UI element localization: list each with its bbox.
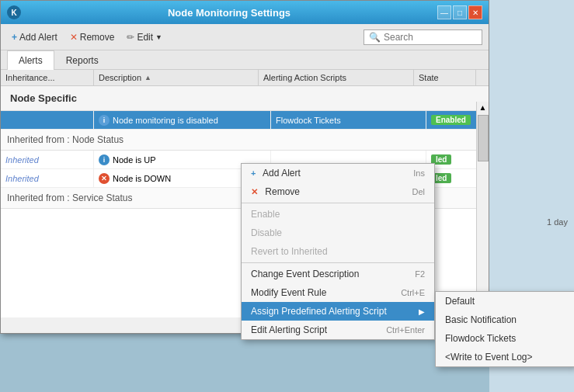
tab-reports[interactable]: Reports <box>54 50 110 70</box>
table-row[interactable]: i Node monitoring is disabled Flowdock T… <box>1 111 489 130</box>
edit-label: Edit <box>137 32 153 43</box>
submenu-write-to-event-log[interactable]: <Write to Event Log> <box>436 348 574 366</box>
search-icon: 🔍 <box>369 32 381 43</box>
row-description-cell: i Node monitoring is disabled <box>94 111 271 129</box>
remove-button[interactable]: ✕ Remove <box>65 30 120 44</box>
window-controls: — □ ✕ <box>437 5 482 19</box>
menu-remove[interactable]: ✕ Remove Del <box>242 182 434 201</box>
info-icon: i <box>99 115 110 126</box>
menu-disable: Disable <box>242 224 434 242</box>
menu-add-alert-label: Add Alert <box>263 168 301 179</box>
row-description-text: Node monitoring is disabled <box>113 116 218 125</box>
menu-separator <box>242 203 434 203</box>
inherited-label: Inherited <box>5 155 39 165</box>
node-down-text: Node is DOWN <box>113 174 171 183</box>
chevron-down-icon: ▼ <box>155 33 162 41</box>
day-label: 1 day <box>547 217 568 227</box>
sort-arrow-icon: ▲ <box>144 74 151 82</box>
menu-remove-label: Remove <box>265 186 300 197</box>
add-alert-label: Add Alert <box>19 32 57 43</box>
col-description: Description ▲ <box>94 70 259 85</box>
submenu: Default Basic Notification Flowdock Tick… <box>435 291 574 367</box>
enabled-badge: Enabled <box>431 115 471 125</box>
col-inheritance: Inheritance... <box>1 70 94 85</box>
table-header: Inheritance... Description ▲ Alerting Ac… <box>1 70 489 86</box>
search-box[interactable]: 🔍 <box>364 29 482 45</box>
menu-edit-script[interactable]: Edit Alerting Script Ctrl+Enter <box>242 321 434 339</box>
row-inheritance-cell <box>1 111 94 129</box>
node-up-text: Node is UP <box>113 155 156 165</box>
menu-remove-shortcut: Del <box>412 187 425 196</box>
menu-ctrle-shortcut: Ctrl+E <box>401 288 425 297</box>
search-input[interactable] <box>384 32 477 43</box>
remove-label: Remove <box>80 32 115 43</box>
col-state: State <box>414 70 476 85</box>
menu-enable: Enable <box>242 205 434 224</box>
submenu-arrow-icon: ▶ <box>419 307 425 316</box>
close-button[interactable]: ✕ <box>468 5 482 19</box>
row-scripts-text: Flowdock Tickets <box>276 116 341 125</box>
remove-icon: ✕ <box>70 32 78 43</box>
row-inherited-cell: Inherited <box>1 169 94 187</box>
add-alert-button[interactable]: + Add Alert <box>7 30 62 44</box>
menu-add-shortcut: Ins <box>413 168 425 178</box>
add-icon: + <box>12 32 17 43</box>
toolbar: + Add Alert ✕ Remove ✏ Edit ▼ 🔍 <box>1 24 489 50</box>
menu-assign-script[interactable]: Assign Predefined Alerting Script ▶ <box>242 302 434 321</box>
menu-add-alert[interactable]: + Add Alert Ins <box>242 164 434 182</box>
edit-button[interactable]: ✏ Edit ▼ <box>122 30 167 44</box>
submenu-basic-notification[interactable]: Basic Notification <box>436 310 574 329</box>
window-title: Node Monitoring Settings <box>21 7 437 19</box>
submenu-flowdock-tickets[interactable]: Flowdock Tickets <box>436 329 574 348</box>
info-icon: i <box>99 154 110 165</box>
menu-ctrlenter-shortcut: Ctrl+Enter <box>386 325 425 335</box>
menu-add-icon: + <box>251 168 256 178</box>
status-down-icon: ✕ <box>99 173 110 184</box>
row-scripts-cell: Flowdock Tickets <box>271 111 426 129</box>
inherited-label: Inherited <box>5 174 39 183</box>
menu-modify-rule[interactable]: Modify Event Rule Ctrl+E <box>242 283 434 302</box>
node-specific-header: Node Specific <box>1 86 489 111</box>
tabs: Alerts Reports <box>1 50 489 70</box>
col-alerting-scripts: Alerting Action Scripts <box>259 70 414 85</box>
menu-separator <box>242 262 434 263</box>
col-scrollbar-header <box>476 70 489 85</box>
inherited-node-status-header: Inherited from : Node Status <box>1 130 489 151</box>
tab-alerts[interactable]: Alerts <box>7 50 54 70</box>
menu-modify-rule-label: Modify Event Rule <box>251 287 326 298</box>
menu-edit-script-label: Edit Alerting Script <box>251 324 327 335</box>
context-menu: + Add Alert Ins ✕ Remove Del Enable Disa… <box>241 163 435 340</box>
edit-icon: ✏ <box>127 32 134 43</box>
minimize-button[interactable]: — <box>437 5 451 19</box>
menu-change-event-label: Change Event Description <box>251 269 359 279</box>
menu-assign-script-label: Assign Predefined Alerting Script <box>251 306 387 317</box>
menu-revert: Revert to Inherited <box>242 242 434 261</box>
maximize-button[interactable]: □ <box>453 5 467 19</box>
menu-change-event[interactable]: Change Event Description F2 <box>242 265 434 283</box>
menu-remove-icon: ✕ <box>251 187 258 196</box>
app-logo: K <box>7 5 21 19</box>
title-bar: K Node Monitoring Settings — □ ✕ <box>1 1 489 24</box>
scrollbar-thumb[interactable] <box>478 115 489 161</box>
submenu-default[interactable]: Default <box>436 292 574 310</box>
menu-f2-shortcut: F2 <box>415 269 425 279</box>
row-inherited-cell: Inherited <box>1 151 94 168</box>
